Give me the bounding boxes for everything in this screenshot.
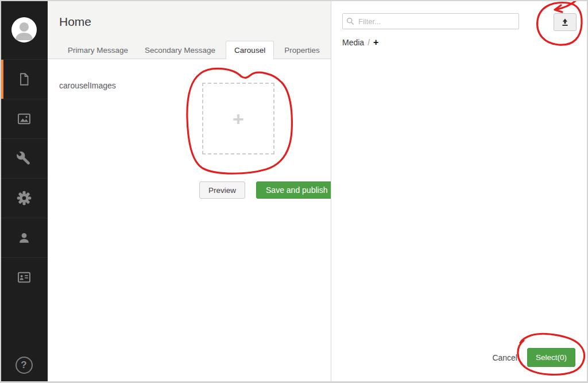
select-button[interactable]: Select(0)	[527, 348, 575, 367]
sidebar-item-users[interactable]	[0, 218, 48, 257]
filter-input[interactable]	[342, 13, 519, 29]
action-buttons: Preview Save and publish	[199, 181, 337, 199]
page-title: Home	[59, 15, 91, 29]
media-picker-panel: Media / + Cancel Select(0)	[331, 0, 588, 383]
field-label-carousel-images: carouselImages	[59, 81, 116, 90]
sidebar-item-settings[interactable]	[0, 138, 48, 178]
user-icon	[16, 230, 32, 246]
sidebar-item-content[interactable]	[0, 59, 48, 99]
filter-field	[342, 13, 519, 29]
question-mark-icon: ?	[16, 357, 33, 374]
avatar[interactable]	[11, 17, 37, 42]
tab-carousel[interactable]: Carousel	[226, 41, 274, 59]
panel-footer: Cancel Select(0)	[492, 348, 575, 367]
preview-button[interactable]: Preview	[199, 181, 245, 199]
sidebar-item-media[interactable]	[0, 99, 48, 138]
media-picker-add-area[interactable]: +	[202, 83, 274, 154]
upload-button[interactable]	[554, 13, 577, 31]
document-icon	[17, 72, 32, 87]
plus-icon: +	[233, 109, 244, 129]
image-icon	[16, 111, 32, 127]
avatar-section	[0, 0, 48, 59]
id-card-icon	[16, 269, 32, 285]
add-media-button[interactable]: +	[373, 37, 378, 48]
breadcrumb: Media / +	[342, 37, 378, 48]
cancel-button[interactable]: Cancel	[492, 353, 517, 362]
upload-icon	[560, 18, 570, 27]
gear-icon	[16, 190, 32, 206]
sidebar: ?	[0, 0, 48, 383]
user-avatar-icon	[11, 17, 37, 42]
sidebar-item-help[interactable]: ?	[0, 357, 48, 374]
tab-bar: Primary Message Secondary Message Carous…	[61, 41, 326, 59]
sidebar-item-developer[interactable]	[0, 178, 48, 218]
breadcrumb-media[interactable]: Media	[342, 38, 364, 47]
tab-primary-message[interactable]: Primary Message	[61, 41, 134, 59]
sidebar-item-members[interactable]	[0, 257, 48, 297]
tab-secondary-message[interactable]: Secondary Message	[138, 41, 222, 59]
app-window: ? Home Primary Message Secondary Message…	[0, 0, 588, 383]
tab-properties[interactable]: Properties	[278, 41, 326, 59]
save-and-publish-button[interactable]: Save and publish	[256, 181, 337, 199]
wrench-icon	[16, 150, 32, 167]
breadcrumb-separator: /	[368, 38, 370, 47]
